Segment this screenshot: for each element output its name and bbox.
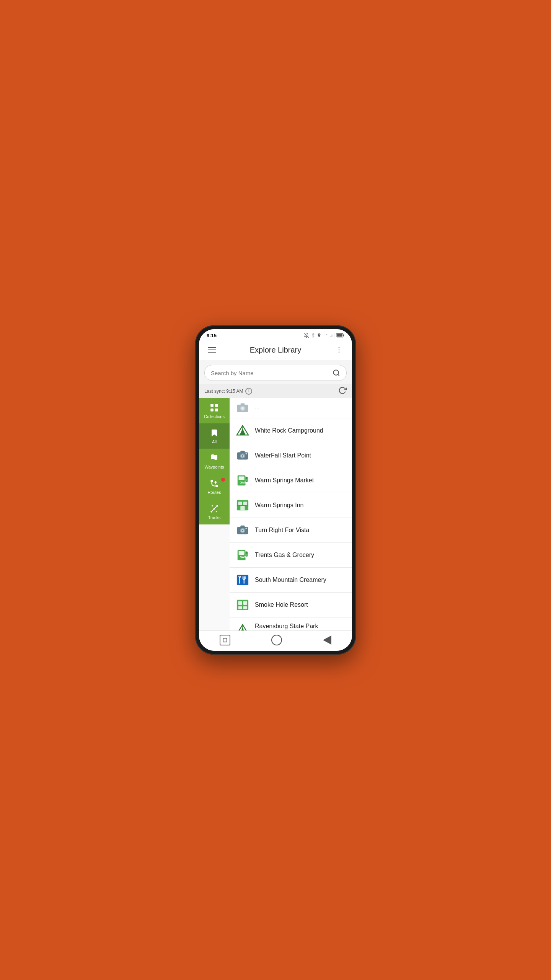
sidebar-collections-label: Collections <box>204 414 225 419</box>
three-dots-icon <box>335 346 343 354</box>
list-item-icon-1 <box>236 424 249 438</box>
sync-info: Last sync: 9:15 AM i <box>204 388 252 395</box>
home-button[interactable] <box>271 635 282 645</box>
more-options-button[interactable] <box>332 343 346 357</box>
status-time: 9:15 <box>207 333 217 338</box>
list-item-name-6: Trents Gas & Grocery <box>255 552 314 559</box>
svg-point-20 <box>215 481 217 483</box>
sync-bar: Last sync: 9:15 AM i <box>199 384 352 398</box>
svg-point-57 <box>246 528 247 529</box>
restaurant-icon <box>236 573 249 586</box>
list-item[interactable]: Ravensburg State Park Campground <box>230 617 352 630</box>
list-item-partial[interactable]: ··· <box>230 398 352 418</box>
list-item-icon-2 <box>236 449 249 462</box>
bottom-nav <box>199 630 352 651</box>
flag-icon <box>210 453 219 463</box>
sidebar-routes-label: Routes <box>208 490 221 495</box>
svg-rect-3 <box>333 334 333 337</box>
partial-item-name: ··· <box>255 405 260 412</box>
search-box[interactable] <box>204 365 347 381</box>
svg-text:GAS: GAS <box>240 481 246 484</box>
svg-rect-50 <box>240 506 245 510</box>
back-button[interactable] <box>323 635 331 645</box>
sidebar: Collections All Waypoints <box>199 398 230 630</box>
svg-rect-61 <box>246 554 248 556</box>
gas-icon: GAS <box>236 549 249 562</box>
sidebar-all-label: All <box>212 439 217 444</box>
partial-camera-icon <box>236 402 249 414</box>
svg-point-10 <box>339 352 340 353</box>
list-item[interactable]: Smoke Hole Resort <box>230 593 352 617</box>
gas-icon: GAS <box>236 474 249 487</box>
refresh-button[interactable] <box>338 386 347 396</box>
list-item-name-8: Smoke Hole Resort <box>255 601 308 608</box>
list-item-name-7: South Mountain Creamery <box>255 577 326 583</box>
search-area <box>199 360 352 384</box>
bookmark-icon <box>210 428 219 438</box>
svg-rect-59 <box>239 551 245 555</box>
list-item-name-3: Warm Springs Market <box>255 477 314 484</box>
list-item[interactable]: GAS Warm Springs Market <box>230 468 352 493</box>
svg-point-22 <box>214 508 215 510</box>
routes-badge <box>221 478 225 482</box>
inn-icon <box>236 499 249 512</box>
sidebar-item-tracks[interactable]: Tracks <box>199 499 230 524</box>
sidebar-item-routes[interactable]: Routes <box>199 474 230 499</box>
list-item[interactable]: WaterFall Start Point <box>230 443 352 468</box>
svg-rect-16 <box>215 408 218 412</box>
list-item[interactable]: White Rock Campground <box>230 418 352 443</box>
wifi-icon <box>323 333 328 338</box>
svg-rect-4 <box>334 333 334 337</box>
list-item[interactable]: South Mountain Creamery <box>230 568 352 593</box>
list-item-name-1: White Rock Campground <box>255 427 323 434</box>
svg-point-18 <box>210 480 213 482</box>
svg-rect-74 <box>243 606 247 609</box>
svg-line-0 <box>304 333 309 338</box>
svg-rect-6 <box>343 335 344 336</box>
sync-label: Last sync: 9:15 AM <box>204 389 243 394</box>
search-input[interactable] <box>211 370 329 376</box>
svg-rect-40 <box>240 451 245 453</box>
resort-icon <box>236 598 249 611</box>
search-icon <box>333 369 340 377</box>
svg-line-12 <box>338 374 339 376</box>
tent-icon <box>236 424 249 437</box>
hamburger-icon <box>208 347 216 353</box>
svg-rect-45 <box>246 479 248 481</box>
square-icon <box>223 638 227 642</box>
list-item-icon-5 <box>236 523 249 537</box>
sidebar-item-collections[interactable]: Collections <box>199 398 230 423</box>
svg-rect-73 <box>238 606 242 609</box>
list-item[interactable]: GAS Trents Gas & Grocery <box>230 543 352 568</box>
svg-rect-7 <box>337 334 342 336</box>
svg-point-11 <box>334 370 339 375</box>
notification-off-icon <box>304 333 309 338</box>
camera-icon <box>236 524 249 537</box>
svg-text:GAS: GAS <box>240 555 246 559</box>
svg-rect-56 <box>240 526 245 528</box>
svg-rect-49 <box>243 502 247 505</box>
info-icon[interactable]: i <box>245 388 252 395</box>
status-bar: 9:15 <box>199 329 352 340</box>
svg-point-8 <box>339 347 340 348</box>
svg-point-55 <box>242 530 243 531</box>
svg-rect-48 <box>238 502 242 505</box>
svg-rect-15 <box>210 408 214 412</box>
list-item-icon-4 <box>236 498 249 512</box>
tracks-icon <box>209 504 219 514</box>
sidebar-waypoints-label: Waypoints <box>205 465 224 469</box>
svg-point-9 <box>339 350 340 351</box>
svg-point-27 <box>216 511 217 512</box>
hamburger-menu-button[interactable] <box>205 343 219 357</box>
sidebar-item-all[interactable]: All <box>199 423 230 449</box>
svg-point-23 <box>216 505 218 506</box>
list-item[interactable]: Turn Right For Vista <box>230 518 352 543</box>
svg-line-25 <box>215 506 217 508</box>
phone-screen: 9:15 <box>199 329 352 651</box>
recent-apps-button[interactable] <box>220 635 230 645</box>
list-item[interactable]: Warm Springs Inn <box>230 493 352 518</box>
svg-rect-13 <box>210 404 214 407</box>
bluetooth-icon <box>311 333 315 338</box>
refresh-icon <box>338 386 347 395</box>
sidebar-item-waypoints[interactable]: Waypoints <box>199 449 230 474</box>
